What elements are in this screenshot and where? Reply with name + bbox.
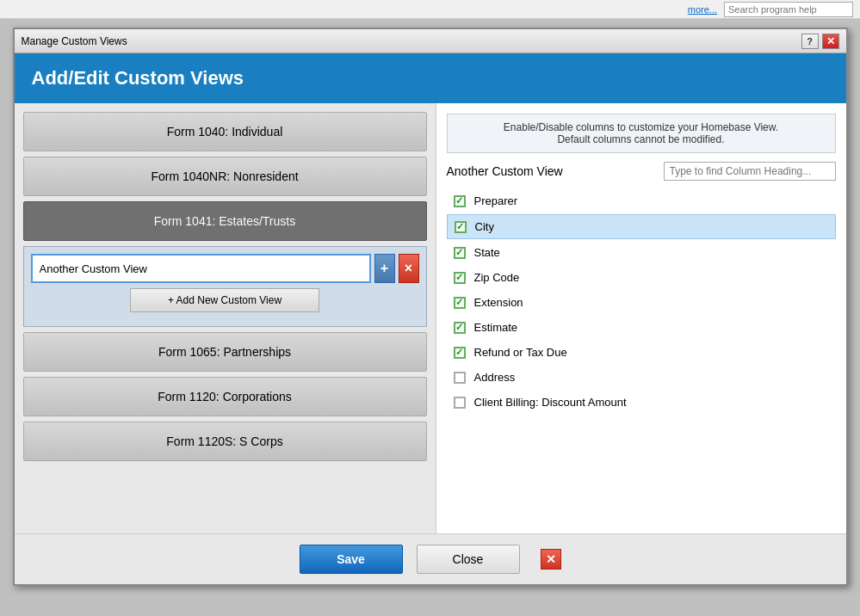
custom-view-row: + × bbox=[31, 254, 419, 283]
program-help-search[interactable] bbox=[724, 2, 853, 17]
dialog-titlebar: Manage Custom Views ? ✕ bbox=[15, 29, 846, 53]
checkmark-icon-preparer: ✓ bbox=[455, 196, 463, 206]
left-panel: Form 1040: Individual Form 1040NR: Nonre… bbox=[15, 103, 436, 533]
form-1120s-button[interactable]: Form 1120S: S Corps bbox=[23, 422, 427, 461]
column-label-address: Address bbox=[474, 371, 516, 384]
checkbox-estimate[interactable]: ✓ bbox=[454, 322, 466, 334]
columns-list: ✓Preparer✓City✓State✓Zip Code✓Extension✓… bbox=[447, 189, 836, 414]
dialog-header: Add/Edit Custom Views bbox=[15, 53, 846, 103]
hint-line1: Enable/Disable columns to customize your… bbox=[458, 121, 825, 133]
add-custom-view-icon-button[interactable]: + bbox=[374, 254, 395, 283]
close-title-button[interactable]: ✕ bbox=[822, 34, 839, 49]
column-label-estimate: Estimate bbox=[474, 321, 518, 334]
dialog-header-title: Add/Edit Custom Views bbox=[32, 67, 244, 89]
column-label-city: City bbox=[475, 220, 494, 233]
add-new-custom-view-button[interactable]: + Add New Custom View bbox=[130, 288, 319, 312]
column-item-state[interactable]: ✓State bbox=[447, 241, 836, 264]
current-view-name: Another Custom View bbox=[447, 164, 563, 178]
column-item-estimate[interactable]: ✓Estimate bbox=[447, 316, 836, 339]
column-item-clientbilling[interactable]: Client Billing: Discount Amount bbox=[447, 391, 836, 414]
times-icon: × bbox=[405, 261, 412, 276]
column-label-state: State bbox=[474, 246, 500, 259]
column-heading-search[interactable] bbox=[664, 162, 836, 181]
checkmark-icon-state: ✓ bbox=[455, 248, 463, 257]
close-title-icon: ✕ bbox=[826, 35, 835, 47]
column-item-zipcode[interactable]: ✓Zip Code bbox=[447, 266, 836, 289]
column-label-extension: Extension bbox=[474, 296, 523, 309]
dialog-body: Form 1040: Individual Form 1040NR: Nonre… bbox=[15, 103, 846, 533]
hint-line2: Default columns cannot be modified. bbox=[458, 133, 825, 145]
top-bar-search-area: more... bbox=[688, 2, 853, 17]
dialog-title: Manage Custom Views bbox=[22, 35, 127, 47]
more-link[interactable]: more... bbox=[688, 4, 717, 15]
column-item-city[interactable]: ✓City bbox=[447, 214, 836, 239]
hint-box: Enable/Disable columns to customize your… bbox=[447, 114, 836, 153]
close-button[interactable]: Close bbox=[417, 545, 520, 574]
column-item-refund[interactable]: ✓Refund or Tax Due bbox=[447, 341, 836, 364]
checkmark-icon-zipcode: ✓ bbox=[455, 273, 463, 282]
checkbox-preparer[interactable]: ✓ bbox=[454, 195, 466, 207]
column-label-zipcode: Zip Code bbox=[474, 271, 520, 284]
dialog-footer: Save Close ✕ bbox=[15, 533, 846, 584]
column-label-preparer: Preparer bbox=[474, 194, 518, 207]
checkmark-icon-city: ✓ bbox=[456, 222, 464, 231]
dialog-wrapper: Manage Custom Views ? ✕ Add/Edit Custom … bbox=[13, 28, 848, 586]
column-item-address[interactable]: Address bbox=[447, 366, 836, 389]
form-1040-button[interactable]: Form 1040: Individual bbox=[23, 112, 427, 151]
help-button[interactable]: ? bbox=[801, 34, 819, 49]
checkbox-extension[interactable]: ✓ bbox=[454, 297, 466, 309]
top-bar: more... bbox=[0, 0, 860, 19]
footer-close-icon: ✕ bbox=[546, 552, 556, 566]
checkbox-state[interactable]: ✓ bbox=[454, 247, 466, 259]
checkbox-refund[interactable]: ✓ bbox=[454, 347, 466, 359]
checkbox-clientbilling[interactable] bbox=[454, 397, 466, 409]
checkbox-city[interactable]: ✓ bbox=[455, 221, 467, 233]
plus-icon: + bbox=[381, 261, 388, 276]
save-button[interactable]: Save bbox=[300, 545, 403, 574]
column-label-refund: Refund or Tax Due bbox=[474, 346, 567, 359]
footer-close-button[interactable]: ✕ bbox=[541, 549, 561, 570]
form-1120-button[interactable]: Form 1120: Corporations bbox=[23, 377, 427, 416]
checkbox-zipcode[interactable]: ✓ bbox=[454, 272, 466, 284]
column-item-extension[interactable]: ✓Extension bbox=[447, 291, 836, 314]
checkmark-icon-extension: ✓ bbox=[455, 298, 463, 307]
form-1041-button[interactable]: Form 1041: Estates/Trusts bbox=[23, 201, 427, 241]
column-label-clientbilling: Client Billing: Discount Amount bbox=[474, 396, 627, 409]
delete-custom-view-icon-button[interactable]: × bbox=[399, 254, 419, 283]
custom-view-name-input[interactable] bbox=[31, 254, 371, 283]
column-item-preparer[interactable]: ✓Preparer bbox=[447, 189, 836, 213]
form-1040nr-button[interactable]: Form 1040NR: Nonresident bbox=[23, 157, 427, 196]
checkbox-address[interactable] bbox=[454, 372, 466, 384]
checkmark-icon-estimate: ✓ bbox=[455, 323, 463, 332]
checkmark-icon-refund: ✓ bbox=[455, 348, 463, 357]
manage-custom-views-dialog: Manage Custom Views ? ✕ Add/Edit Custom … bbox=[13, 28, 848, 586]
custom-view-container: + × + Add New Custom View bbox=[23, 246, 427, 327]
dialog-controls: ? ✕ bbox=[801, 34, 839, 49]
form-1065-button[interactable]: Form 1065: Partnerships bbox=[23, 332, 427, 372]
view-header-row: Another Custom View bbox=[447, 162, 836, 181]
right-panel: Enable/Disable columns to customize your… bbox=[436, 103, 846, 533]
help-icon: ? bbox=[807, 36, 813, 46]
